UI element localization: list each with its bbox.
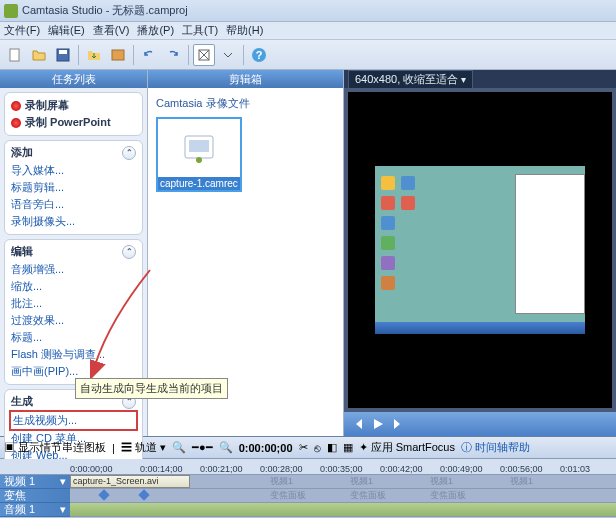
zoom-slider[interactable]: ━●━: [192, 441, 213, 454]
add-section: 添加⌃ 导入媒体... 标题剪辑... 语音旁白... 录制摄像头...: [4, 140, 143, 235]
tool-icon[interactable]: ▦: [343, 441, 353, 454]
import-media-link[interactable]: 导入媒体...: [11, 162, 136, 179]
menu-file[interactable]: 文件(F): [4, 23, 40, 38]
keyframe-icon[interactable]: [138, 489, 149, 500]
menu-help[interactable]: 帮助(H): [226, 23, 263, 38]
zoom-dropdown[interactable]: 640x480, 收缩至适合 ▾: [348, 70, 473, 89]
title-clip-link[interactable]: 标题剪辑...: [11, 179, 136, 196]
preview-canvas[interactable]: [348, 92, 612, 408]
storyboard-toggle[interactable]: ▣ 显示情节串连图板: [4, 440, 106, 455]
svg-rect-0: [10, 49, 19, 61]
svg-rect-3: [112, 50, 124, 60]
zoom-track-label[interactable]: 变焦: [4, 488, 26, 503]
timeline-clip[interactable]: capture-1_Screen.avi: [70, 475, 190, 488]
undo-button[interactable]: [138, 44, 160, 66]
split-icon[interactable]: ⎋: [314, 442, 321, 454]
app-logo-icon: [4, 4, 18, 18]
zoom-link[interactable]: 缩放...: [11, 278, 136, 295]
clip-thumbnail: [158, 119, 240, 177]
record-icon: [11, 101, 21, 111]
clipbin-folder: Camtasia 录像文件: [156, 96, 335, 111]
save-button[interactable]: [52, 44, 74, 66]
play-button[interactable]: [370, 416, 386, 432]
timeline-body[interactable]: capture-1_Screen.avi 视频1 视频1 视频1 视频1 变焦面…: [70, 475, 616, 517]
svg-rect-8: [189, 140, 209, 152]
captions-link[interactable]: 标题...: [11, 329, 136, 346]
transitions-link[interactable]: 过渡效果...: [11, 312, 136, 329]
zoom-track[interactable]: 变焦面板 变焦面板 变焦面板: [70, 489, 616, 503]
clip-filename: capture-1.camrec: [158, 177, 240, 190]
record-icon: [11, 118, 21, 128]
svg-point-9: [196, 157, 202, 163]
edit-header: 编辑: [11, 244, 33, 259]
zoom-out-icon[interactable]: 🔍: [219, 441, 233, 454]
preview-controls: [344, 412, 616, 436]
tracks-dropdown[interactable]: ☰ 轨道 ▾: [121, 440, 166, 455]
smartfocus-button[interactable]: ✦ 应用 SmartFocus: [359, 440, 455, 455]
record-section: 录制屏幕 录制 PowerPoint: [4, 92, 143, 136]
audio-track-label[interactable]: 音频 1: [4, 502, 35, 517]
edit-section: 编辑⌃ 音频增强... 缩放... 批注... 过渡效果... 标题... Fl…: [4, 239, 143, 385]
menu-edit[interactable]: 编辑(E): [48, 23, 85, 38]
keyframe-icon[interactable]: [98, 489, 109, 500]
record-screen[interactable]: 录制屏幕: [11, 97, 136, 114]
produce-video-as-link[interactable]: 生成视频为...: [13, 412, 134, 429]
menu-bar: 文件(F) 编辑(E) 查看(V) 播放(P) 工具(T) 帮助(H): [0, 22, 616, 40]
timeline-help[interactable]: ⓘ 时间轴帮助: [461, 440, 530, 455]
produce-header: 生成: [11, 394, 33, 409]
video-frame: [375, 166, 585, 334]
audio-track[interactable]: [70, 503, 616, 517]
next-button[interactable]: [390, 416, 406, 432]
timeline-panel: ▣ 显示情节串连图板 | ☰ 轨道 ▾ 🔍 ━●━ 🔍 0:00:00;00 ✂…: [0, 436, 616, 518]
video-track[interactable]: capture-1_Screen.avi 视频1 视频1 视频1 视频1: [70, 475, 616, 489]
collapse-icon[interactable]: ⌃: [122, 245, 136, 259]
tool-icon[interactable]: ◧: [327, 441, 337, 454]
clipbin-header: 剪辑箱: [148, 70, 343, 88]
menu-play[interactable]: 播放(P): [137, 23, 174, 38]
audio-enhance-link[interactable]: 音频增强...: [11, 261, 136, 278]
title-bar: Camtasia Studio - 无标题.camproj: [0, 0, 616, 22]
timeline-ruler[interactable]: 0:00:00;00 0:00:14;00 0:00:21;00 0:00:28…: [0, 459, 616, 475]
menu-tools[interactable]: 工具(T): [182, 23, 218, 38]
fit-button[interactable]: [193, 44, 215, 66]
open-button[interactable]: [28, 44, 50, 66]
import-button[interactable]: [83, 44, 105, 66]
record-camera-link[interactable]: 录制摄像头...: [11, 213, 136, 230]
menu-view[interactable]: 查看(V): [93, 23, 130, 38]
produce-button[interactable]: [107, 44, 129, 66]
svg-rect-2: [59, 50, 67, 54]
video-track-label[interactable]: 视频 1: [4, 474, 35, 489]
cut-icon[interactable]: ✂: [299, 441, 308, 454]
dropdown-icon[interactable]: [217, 44, 239, 66]
task-panel-header: 任务列表: [0, 70, 147, 88]
prev-button[interactable]: [350, 416, 366, 432]
tooltip: 自动生成向导生成当前的项目: [75, 378, 228, 399]
voice-narration-link[interactable]: 语音旁白...: [11, 196, 136, 213]
add-header: 添加: [11, 145, 33, 160]
redo-button[interactable]: [162, 44, 184, 66]
new-button[interactable]: [4, 44, 26, 66]
track-labels: 视频 1▾ 变焦 音频 1▾: [0, 475, 70, 517]
toolbar: ?: [0, 40, 616, 70]
help-button[interactable]: ?: [248, 44, 270, 66]
svg-text:?: ?: [256, 49, 263, 61]
record-powerpoint[interactable]: 录制 PowerPoint: [11, 114, 136, 131]
clip-item[interactable]: capture-1.camrec: [156, 117, 242, 192]
highlight-annotation: 生成视频为...: [9, 410, 138, 431]
window-title: Camtasia Studio - 无标题.camproj: [22, 3, 188, 18]
flash-quiz-link[interactable]: Flash 测验与调查...: [11, 346, 136, 363]
timecode: 0:00:00;00: [239, 442, 293, 454]
preview-panel: 640x480, 收缩至适合 ▾: [344, 70, 616, 436]
callouts-link[interactable]: 批注...: [11, 295, 136, 312]
zoom-in-icon[interactable]: 🔍: [172, 441, 186, 454]
collapse-icon[interactable]: ⌃: [122, 146, 136, 160]
